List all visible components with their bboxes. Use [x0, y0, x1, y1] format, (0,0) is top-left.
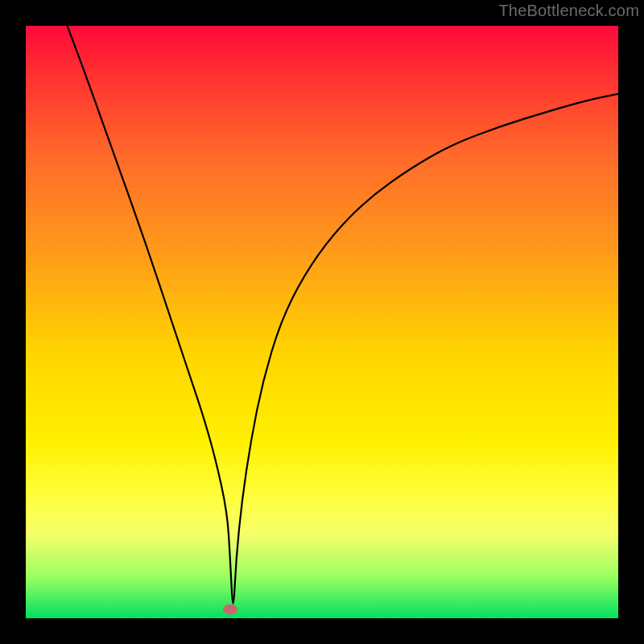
watermark-text: TheBottleneck.com — [498, 2, 639, 20]
plot-area — [26, 26, 618, 618]
chart-frame: TheBottleneck.com — [0, 0, 644, 644]
minimum-marker — [223, 604, 237, 614]
bottleneck-curve — [26, 26, 618, 618]
